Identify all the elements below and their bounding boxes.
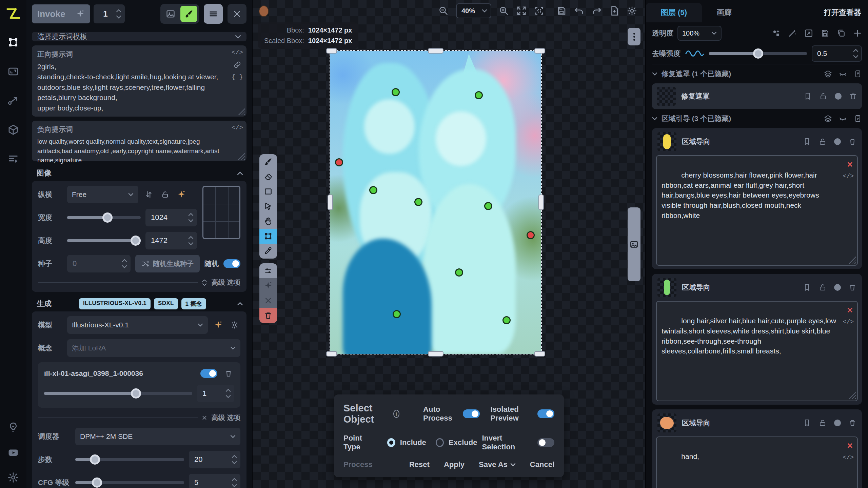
rect-tool[interactable] xyxy=(259,184,277,199)
steps-value[interactable] xyxy=(194,455,232,464)
open-viewer-button[interactable]: 打开查看器 xyxy=(824,7,861,18)
canvas-settings-gear-icon[interactable] xyxy=(627,6,637,16)
region-prompt-input[interactable]: hand, ✕ </> xyxy=(656,436,858,488)
canvas-overflow-menu-button[interactable] xyxy=(628,28,640,45)
include-point[interactable] xyxy=(369,186,377,194)
embedding-code-icon[interactable]: </> xyxy=(843,453,854,462)
lora-weight-input[interactable] xyxy=(197,385,234,402)
filter-layer-icon[interactable] xyxy=(772,29,781,38)
height-input[interactable] xyxy=(145,232,197,249)
eyedropper-tool[interactable] xyxy=(259,244,277,259)
width-value[interactable] xyxy=(151,213,188,222)
zoom-out-icon[interactable] xyxy=(438,6,449,16)
remove-prompt-icon[interactable]: ✕ xyxy=(847,305,853,316)
auto-process-toggle[interactable] xyxy=(463,409,480,418)
resize-handle-ne[interactable] xyxy=(534,48,545,54)
optimize-size-sparkle-icon[interactable] xyxy=(176,189,187,200)
positive-prompt-input[interactable]: 2girls, standing,check-to-check,light sm… xyxy=(37,62,241,113)
save-as-button[interactable]: Save As xyxy=(479,460,516,469)
region-prompt-input[interactable]: cherry blossoms,hair flower,pink flower,… xyxy=(656,155,858,266)
add-lora-select[interactable]: 添加 LoRA xyxy=(67,339,240,357)
scheduler-select[interactable]: DPM++ 2M SDE xyxy=(75,428,240,445)
pan-tool[interactable] xyxy=(259,214,277,229)
embedding-code-icon[interactable]: </> xyxy=(232,124,243,131)
randomize-seed-button[interactable]: 随机生成种子 xyxy=(135,255,200,272)
denoise-curve-icon[interactable] xyxy=(685,49,704,58)
isolated-preview-toggle[interactable] xyxy=(537,409,554,418)
invoke-button[interactable]: Invoke xyxy=(32,4,90,23)
color-swatch[interactable] xyxy=(259,5,269,17)
lora-enabled-toggle[interactable] xyxy=(200,369,217,378)
height-arrows[interactable] xyxy=(188,236,194,245)
fit-to-view-icon[interactable] xyxy=(516,6,527,16)
merge-layers-icon[interactable] xyxy=(824,115,832,123)
width-arrows[interactable] xyxy=(188,213,194,222)
height-slider[interactable] xyxy=(67,239,141,242)
collapse-advanced-icon[interactable] xyxy=(202,415,207,421)
random-seed-toggle[interactable] xyxy=(223,259,240,268)
apply-button[interactable]: Apply xyxy=(444,460,465,469)
cancel-button[interactable]: Cancel xyxy=(530,460,554,469)
advanced-options-label[interactable]: 高级 选项 xyxy=(211,413,240,422)
delete-layer-button[interactable] xyxy=(259,308,277,323)
lora-weight-value[interactable] xyxy=(202,389,225,398)
bookmark-icon[interactable] xyxy=(803,283,811,291)
region-prompt-input[interactable]: long hair,silver hair,blue hair,cute,pur… xyxy=(656,301,858,401)
cfg-value[interactable] xyxy=(194,478,232,487)
gallery-view-button[interactable] xyxy=(162,6,179,22)
tab-gallery[interactable]: 画廊 xyxy=(702,3,747,22)
denoise-slider[interactable] xyxy=(709,52,807,55)
lock-icon[interactable] xyxy=(818,283,827,291)
duplicate-layer-icon[interactable] xyxy=(837,29,846,38)
transform-wand-icon[interactable] xyxy=(788,29,797,38)
layer-enabled-indicator[interactable] xyxy=(834,284,841,291)
lock-icon[interactable] xyxy=(818,419,827,427)
resize-grip[interactable] xyxy=(848,392,856,399)
undo-icon[interactable] xyxy=(574,6,584,16)
advanced-options-label[interactable]: 高级 选项 xyxy=(211,278,240,287)
width-input[interactable] xyxy=(145,209,197,226)
layer-enabled-indicator[interactable] xyxy=(834,138,841,145)
include-point[interactable] xyxy=(502,316,511,324)
region-layer-row[interactable]: 区域导向 xyxy=(656,413,858,433)
negative-prompt-input[interactable]: low quality,worst quality,normal quality… xyxy=(37,137,241,165)
exclude-point[interactable] xyxy=(527,231,535,239)
opacity-select[interactable]: 100% xyxy=(677,26,722,41)
save-layer-icon[interactable] xyxy=(821,29,829,38)
resize-handle-n[interactable] xyxy=(428,48,443,54)
denoise-arrows[interactable] xyxy=(853,49,859,58)
bookmark-icon[interactable] xyxy=(803,138,811,146)
lora-weight-arrows[interactable] xyxy=(225,389,231,398)
model-sparkle-icon[interactable] xyxy=(213,319,224,331)
add-layer-plus-icon[interactable] xyxy=(853,29,862,38)
prompt-template-select[interactable]: 选择提示词模板 xyxy=(32,32,246,41)
rail-workflows-tab-icon[interactable] xyxy=(7,95,19,106)
queue-count-stepper[interactable]: 1 xyxy=(94,4,125,23)
regional-guidance-group-header[interactable]: 区域引导 (3 个已隐藏) xyxy=(652,114,862,123)
resize-handle-nw[interactable] xyxy=(326,48,337,54)
model-settings-gear-icon[interactable] xyxy=(229,319,240,331)
isolate-group-icon[interactable] xyxy=(854,115,862,123)
rail-upscale-tab-icon[interactable] xyxy=(7,66,19,77)
resize-handle-w[interactable] xyxy=(328,195,333,210)
canvas-view-button[interactable] xyxy=(180,6,197,22)
swap-dimensions-icon[interactable] xyxy=(143,189,155,200)
denoise-value[interactable] xyxy=(817,49,853,58)
include-point[interactable] xyxy=(393,310,401,318)
expand-advanced-icon[interactable] xyxy=(202,280,207,286)
generation-section-header[interactable]: 生成 ILLUSTRIOUS-XL-V0.1 SDXL 1 概念 xyxy=(32,296,246,311)
new-layer-from-canvas-icon[interactable] xyxy=(609,6,619,16)
resize-handle-e[interactable] xyxy=(538,195,544,210)
include-point[interactable] xyxy=(392,88,400,96)
layer-enabled-indicator[interactable] xyxy=(834,420,841,426)
steps-slider[interactable] xyxy=(75,458,184,461)
layer-enabled-indicator[interactable] xyxy=(835,93,842,100)
bookmark-icon[interactable] xyxy=(804,92,812,100)
resize-grip[interactable] xyxy=(848,256,856,264)
panel-menu-button[interactable] xyxy=(204,4,223,24)
include-point[interactable] xyxy=(484,202,492,210)
region-layer-row[interactable]: 区域导向 xyxy=(656,277,858,298)
region-layer-row[interactable]: 区域导向 xyxy=(656,131,858,152)
exclude-point[interactable] xyxy=(335,158,343,166)
model-select[interactable]: Illustrious-XL-v0.1 xyxy=(67,316,208,334)
